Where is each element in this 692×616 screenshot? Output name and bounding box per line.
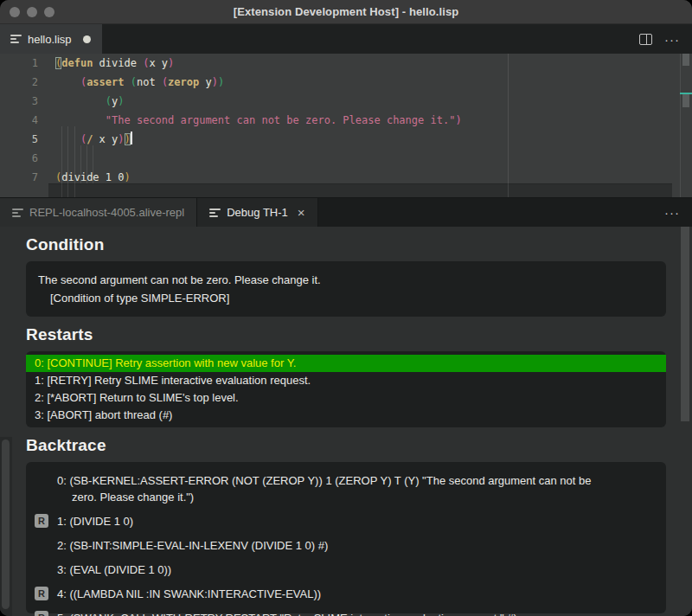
line-number: 3 <box>0 92 38 111</box>
indent-guide <box>61 126 62 202</box>
backtrace-heading: Backtrace <box>26 436 666 455</box>
code-token: "The second argument can not be zero. Pl… <box>106 114 456 126</box>
indent-guide <box>80 145 81 183</box>
frame-text: 1: (DIVIDE 1 0) <box>57 513 133 529</box>
code-token <box>55 76 80 88</box>
code-token: y <box>199 76 211 88</box>
backtrace-frame[interactable]: 0: (SB-KERNEL:ASSERT-ERROR (NOT (ZEROP Y… <box>35 472 654 505</box>
more-actions-icon[interactable]: ··· <box>664 33 680 46</box>
tab-label: REPL-localhost-4005.alive-repl <box>29 206 184 219</box>
text-cursor <box>131 132 132 144</box>
code-token: ( <box>106 95 112 107</box>
code-token <box>125 76 131 88</box>
panel-tab-bar: REPL-localhost-4005.alive-repl Debug TH-… <box>0 197 692 227</box>
overview-ruler-decoration <box>682 94 689 107</box>
repl-file-icon <box>12 209 23 217</box>
code-token: ) <box>212 76 218 88</box>
code-line[interactable]: (defun divide (x y) <box>55 54 675 73</box>
code-token: ) <box>118 95 124 107</box>
code-editor[interactable]: 1234567 (defun divide (x y) (assert (not… <box>0 54 692 197</box>
restart-item[interactable]: 0: [CONTINUE] Retry assertion with new v… <box>26 355 666 372</box>
code-line[interactable]: (/ x y)) <box>55 130 675 149</box>
code-token: not <box>137 76 162 88</box>
modified-dot-icon[interactable] <box>83 35 91 43</box>
code-token <box>55 114 106 126</box>
code-line[interactable]: (divide 1 0) <box>55 168 675 187</box>
editor-actions: ··· <box>639 24 692 54</box>
tab-label: hello.lisp <box>28 33 72 46</box>
scrollbar-slider[interactable] <box>682 54 689 66</box>
restart-item[interactable]: 1: [RETRY] Retry SLIME interactive evalu… <box>26 372 666 389</box>
editor-tab-bar: hello.lisp ··· <box>0 24 692 54</box>
column-ruler <box>508 54 509 197</box>
code-line[interactable] <box>55 149 675 168</box>
window-controls <box>10 0 54 24</box>
frame-text: 3: (EVAL (DIVIDE 1 0)) <box>57 561 171 578</box>
code-token: ( <box>131 76 137 88</box>
indent-guide <box>74 126 75 202</box>
panel-more-actions-icon[interactable]: ··· <box>664 206 680 219</box>
line-number: 1 <box>0 54 38 73</box>
matched-bracket: ) <box>125 133 131 145</box>
panel-scrollbar-thumb[interactable] <box>681 227 689 421</box>
window-title: [Extension Development Host] - hello.lis… <box>234 5 459 18</box>
backtrace-scrollbar-thumb[interactable] <box>2 440 10 609</box>
debug-panel: Condition The second argument can not be… <box>0 227 692 616</box>
lisp-file-icon <box>10 35 22 43</box>
line-number: 2 <box>0 73 38 92</box>
restartable-badge-slot <box>35 537 50 538</box>
frame-text: 4: ((LAMBDA NIL :IN SWANK:INTERACTIVE-EV… <box>57 586 321 602</box>
code-token: ) <box>455 114 461 126</box>
backtrace-frame[interactable]: R5: (SWANK::CALL-WITH-RETRY-RESTART "Ret… <box>35 610 654 616</box>
vscode-window: [Extension Development Host] - hello.lis… <box>0 0 692 616</box>
tab-debug-th-1[interactable]: Debug TH-1 × <box>197 198 317 227</box>
indent-guide <box>86 145 87 183</box>
minimize-window-button[interactable] <box>27 7 37 17</box>
debug-file-icon <box>209 209 221 217</box>
code-token: zerop <box>168 76 199 88</box>
tab-hello-lisp[interactable]: hello.lisp <box>0 24 102 54</box>
code-token: ) <box>168 57 174 69</box>
indent-guide <box>93 145 93 183</box>
line-number: 7 <box>0 168 38 187</box>
backtrace-frame[interactable]: R1: (DIVIDE 1 0) <box>35 513 654 529</box>
indent-guide <box>67 126 68 202</box>
restartable-badge-slot: R <box>35 513 50 528</box>
code-token: x y <box>93 133 118 145</box>
code-token <box>55 95 106 107</box>
line-number: 4 <box>0 111 38 130</box>
frame-text: 0: (SB-KERNEL:ASSERT-ERROR (NOT (ZEROP Y… <box>57 472 615 505</box>
backtrace-frame[interactable]: R4: ((LAMBDA NIL :IN SWANK:INTERACTIVE-E… <box>35 586 654 602</box>
restart-frame-button[interactable]: R <box>35 514 48 528</box>
restart-frame-button[interactable]: R <box>35 587 48 600</box>
close-tab-icon[interactable]: × <box>298 206 305 219</box>
split-editor-icon[interactable] <box>639 34 652 45</box>
frame-text: 2: (SB-INT:SIMPLE-EVAL-IN-LEXENV (DIVIDE… <box>57 537 328 554</box>
code-token: ) <box>118 133 124 145</box>
restart-item[interactable]: 3: [ABORT] abort thread (#) <box>26 407 666 424</box>
code-line[interactable]: (assert (not (zerop y)) <box>55 73 675 92</box>
overview-ruler-border <box>680 54 681 197</box>
tab-repl-localhost-4005[interactable]: REPL-localhost-4005.alive-repl <box>0 198 197 227</box>
code-line[interactable]: (y) <box>55 92 675 111</box>
maximize-window-button[interactable] <box>44 7 54 17</box>
line-number: 6 <box>0 149 38 168</box>
code-token: ) <box>218 76 224 88</box>
code-token: divide <box>93 57 143 69</box>
restartable-badge-slot: R <box>35 610 50 616</box>
backtrace-frame[interactable]: 3: (EVAL (DIVIDE 1 0)) <box>35 561 654 578</box>
restarts-box: 0: [CONTINUE] Retry assertion with new v… <box>26 351 666 427</box>
condition-text: The second argument can not be zero. Ple… <box>38 271 654 289</box>
close-window-button[interactable] <box>10 7 20 17</box>
code-token: defun <box>61 57 93 69</box>
line-number: 5 <box>0 130 38 149</box>
code-line[interactable]: "The second argument can not be zero. Pl… <box>55 111 675 130</box>
restartable-badge-slot <box>35 561 50 562</box>
code-token: assert <box>86 76 124 88</box>
titlebar: [Extension Development Host] - hello.lis… <box>0 0 692 24</box>
code-area[interactable]: (defun divide (x y) (assert (not (zerop … <box>55 54 675 187</box>
restartable-badge-slot <box>35 472 50 473</box>
restart-frame-button[interactable]: R <box>35 611 48 616</box>
backtrace-frame[interactable]: 2: (SB-INT:SIMPLE-EVAL-IN-LEXENV (DIVIDE… <box>35 537 654 554</box>
restart-item[interactable]: 2: [*ABORT] Return to SLIME's top level. <box>26 389 666 407</box>
